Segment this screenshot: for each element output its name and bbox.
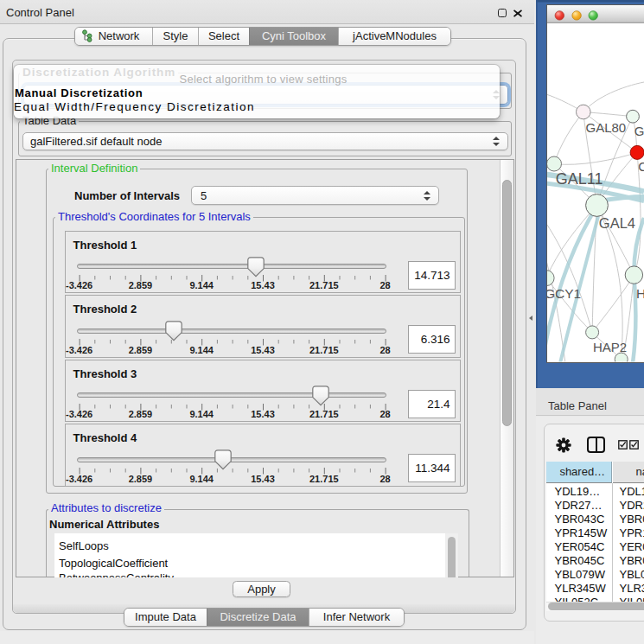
svg-text:H: H [636, 286, 644, 301]
svg-text:GCY1: GCY1 [545, 286, 581, 301]
svg-text:GAL80: GAL80 [586, 120, 627, 135]
svg-text:C: C [638, 159, 644, 174]
svg-text:GAL11: GAL11 [556, 170, 603, 188]
svg-text:G.: G. [634, 124, 644, 138]
svg-text:HAP2: HAP2 [593, 340, 627, 354]
svg-text:GAL4: GAL4 [599, 215, 635, 231]
